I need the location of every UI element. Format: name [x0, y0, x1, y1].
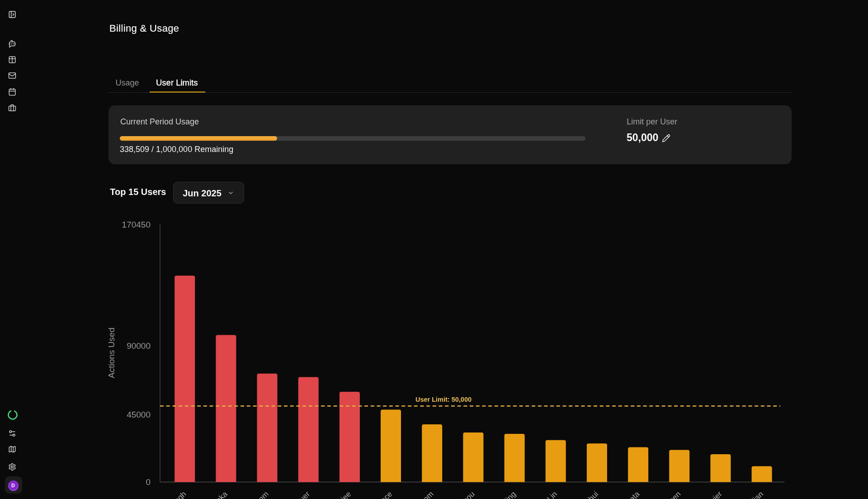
- svg-text:Arjan Singh: Arjan Singh: [154, 489, 188, 499]
- svg-text:Anna Bauer: Anna Bauer: [277, 489, 311, 499]
- svg-text:90000: 90000: [127, 341, 151, 351]
- svg-text:45000: 45000: [127, 410, 151, 419]
- svg-text:Candace: Candace: [366, 489, 394, 499]
- svg-text:User Limit: 50,000: User Limit: 50,000: [415, 396, 472, 403]
- svg-text:R. Banerjee: R. Banerjee: [318, 489, 353, 499]
- svg-text:0: 0: [146, 477, 151, 487]
- svg-text:Sam Ransom: Sam Ransom: [231, 489, 270, 499]
- svg-text:Actions Used: Actions Used: [108, 328, 116, 378]
- svg-text:Javier: Javier: [703, 489, 724, 499]
- svg-text:Chen Shui: Chen Shui: [569, 489, 600, 499]
- svg-text:Kai Lin: Kai Lin: [536, 489, 559, 499]
- svg-text:170450: 170450: [122, 220, 151, 229]
- svg-text:Wei Chen: Wei Chen: [653, 489, 683, 499]
- svg-text:Lilian: Lilian: [746, 489, 765, 499]
- svg-text:Lei Zhou: Lei Zhou: [449, 489, 476, 499]
- svg-text:Tom Strom: Tom Strom: [403, 489, 435, 499]
- svg-text:Hinata: Hinata: [619, 489, 642, 499]
- svg-text:Priyanka: Priyanka: [202, 489, 230, 499]
- svg-text:Li Ming: Li Ming: [494, 489, 518, 499]
